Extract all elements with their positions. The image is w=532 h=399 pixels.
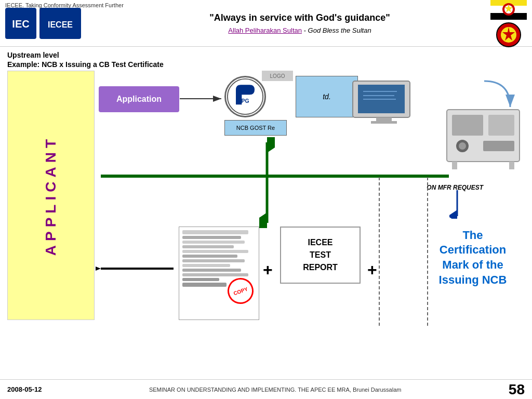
logos-area: IEC IECEE — [5, 8, 109, 39]
svg-rect-22 — [371, 121, 397, 124]
td-label: td. — [323, 92, 331, 101]
header-center: "Always in service with God's guidance" … — [109, 12, 490, 34]
cert-line1: The — [462, 229, 483, 242]
svg-rect-33 — [452, 162, 457, 169]
monitor-icon — [350, 78, 418, 128]
cert-mark-box: The Certification Mark of the Issuing NC… — [426, 216, 520, 299]
svg-rect-21 — [376, 117, 392, 122]
brunei-flag — [490, 0, 527, 20]
application-box: Application — [99, 86, 179, 112]
svg-text:PG: PG — [241, 98, 249, 104]
section-title-line2: Example: NCB x Issuing a CB Test Certifi… — [7, 60, 525, 69]
green-horizontal-line — [101, 175, 449, 178]
ncb-gost-box: NCB GOST Re — [224, 120, 287, 136]
plus-sign-1: + — [263, 260, 273, 280]
top-note: IECEE. Taking Conformity Assessment Furt… — [5, 2, 124, 8]
vertical-green-arrow — [259, 137, 275, 228]
svg-rect-29 — [488, 115, 514, 136]
main-content: Upstream level Example: NCB x Issuing a … — [0, 47, 532, 371]
applicant-text: APPLICANT — [43, 125, 59, 266]
page-header: IECEE. Taking Conformity Assessment Furt… — [0, 0, 532, 47]
cert-line2: Certification — [440, 243, 506, 256]
dotted-divider-2 — [427, 177, 429, 328]
test-label: TEST — [310, 249, 331, 261]
dotted-divider-1 — [378, 177, 380, 328]
sultan-link[interactable]: Allah Peliharakan Sultan — [228, 26, 302, 34]
report-label: REPORT — [303, 261, 338, 274]
section-title-line1: Upstream level — [7, 51, 525, 59]
left-arrow-black — [96, 262, 176, 275]
arrow-app-to-company — [180, 92, 227, 108]
subtitle: Allah Peliharakan Sultan - God Bless the… — [109, 26, 490, 34]
svg-rect-32 — [483, 141, 514, 151]
footer-seminar-text: SEMINAR ON UNDERSTANDING AND IMPLEMENTIN… — [149, 387, 402, 393]
company-circle: PG — [224, 76, 266, 117]
subtitle-rest: - God Bless the Sultan — [302, 26, 371, 34]
cert-mark-text: The Certification Mark of the Issuing NC… — [439, 228, 507, 287]
svg-text:IECEE: IECEE — [47, 20, 72, 29]
td-box: td. — [296, 76, 358, 117]
equipment-icon — [442, 104, 525, 172]
iecee-test-report-box: IECEE TEST REPORT — [280, 227, 361, 284]
plus-sign-2: + — [367, 260, 377, 280]
brunei-emblem — [496, 22, 522, 48]
iecee-logo: IECEE — [39, 8, 81, 39]
iec-logo: IEC — [5, 8, 36, 39]
footer: 2008-05-12 SEMINAR ON UNDERSTANDING AND … — [0, 379, 532, 399]
certificate-area: COPY — [179, 227, 259, 320]
logo-box: LOGO — [262, 71, 293, 81]
page-number: 58 — [509, 381, 525, 398]
iecee-label: IECEE — [308, 236, 332, 249]
application-label: Application — [116, 95, 162, 104]
svg-point-16 — [228, 79, 263, 114]
applicant-column: APPLICANT — [7, 71, 95, 320]
ncb-label: NCB GOST Re — [236, 125, 275, 131]
header-right — [490, 0, 527, 48]
cert-line4: Issuing NCB — [439, 273, 507, 286]
down-arrow-mfr — [449, 190, 465, 219]
footer-date: 2008-05-12 — [7, 385, 42, 393]
svg-rect-34 — [509, 162, 514, 169]
tagline: "Always in service with God's guidance" — [109, 12, 490, 23]
svg-text:IEC: IEC — [12, 18, 29, 30]
svg-point-31 — [459, 142, 466, 150]
svg-rect-28 — [452, 115, 483, 136]
cert-line3: Mark of the — [442, 258, 503, 271]
diagram-area: APPLICANT LOGO Application PG — [7, 71, 525, 367]
